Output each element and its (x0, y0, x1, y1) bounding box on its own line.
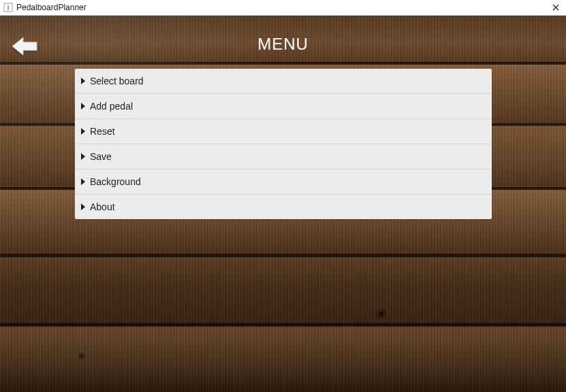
menu-item-label: Add pedal (90, 101, 133, 112)
menu-item-background[interactable]: Background (75, 169, 492, 195)
menu-item-reset[interactable]: Reset (75, 119, 492, 144)
app-viewport: MENU Select board Add pedal Reset Save B… (0, 16, 566, 392)
menu-item-select-board[interactable]: Select board (75, 69, 492, 94)
menu-title: MENU (0, 35, 566, 54)
chevron-right-icon (80, 178, 86, 185)
svg-point-1 (7, 5, 9, 7)
window-close-button[interactable] (546, 0, 566, 15)
menu-item-label: Select board (90, 76, 144, 86)
app-icon (3, 2, 14, 13)
window-title: PedalboardPlanner (16, 3, 87, 12)
menu-item-add-pedal[interactable]: Add pedal (75, 94, 492, 119)
menu-panel: Select board Add pedal Reset Save Backgr… (75, 69, 492, 219)
menu-item-label: Reset (90, 126, 115, 137)
menu-item-label: Save (90, 151, 112, 162)
chevron-right-icon (80, 153, 86, 160)
chevron-right-icon (80, 78, 86, 84)
svg-rect-2 (7, 7, 9, 10)
chevron-right-icon (80, 203, 86, 210)
window-titlebar: PedalboardPlanner (0, 0, 566, 16)
menu-item-about[interactable]: About (75, 195, 492, 219)
chevron-right-icon (80, 128, 86, 135)
menu-item-save[interactable]: Save (75, 144, 492, 169)
menu-item-label: About (90, 201, 115, 212)
menu-item-label: Background (90, 176, 141, 187)
close-icon (552, 4, 559, 11)
chevron-right-icon (80, 103, 86, 110)
